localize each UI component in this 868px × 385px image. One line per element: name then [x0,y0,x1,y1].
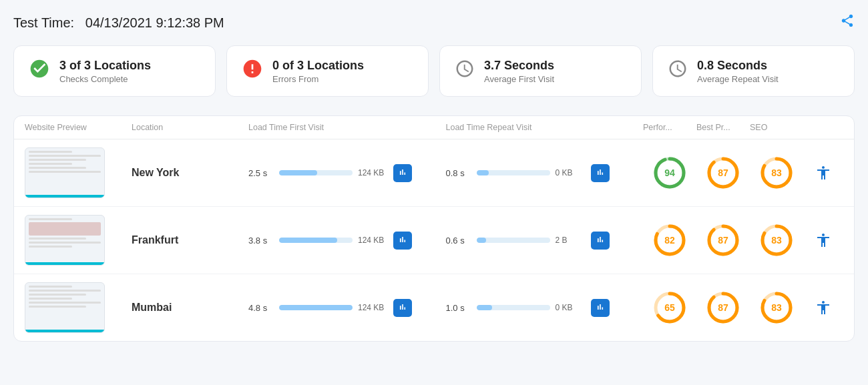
repeat-visit-fill-mu [477,305,492,310]
summary-card-first-visit: 3.7 Seconds Average First Visit [439,45,642,97]
table-row: Mumbai 4.8 s 124 KB 1.0 s 0 KB [14,274,854,341]
accessibility-icon-fr [803,232,843,248]
col-header-bp: Best Pr... [696,123,750,132]
seo-score-ny: 83 [750,155,803,190]
first-visit-cell-new-york: 2.5 s 124 KB [248,164,446,182]
repeat-visit-bar-mu [477,305,550,310]
perf-score-fr: 82 [643,223,696,258]
seo-score-label-mu: 83 [771,302,782,313]
repeat-visit-fill-ny [477,170,489,175]
location-mumbai: Mumbai [132,302,248,314]
preview-thumb-new-york [25,147,132,198]
repeat-visit-time-ny: 0.8 s [446,168,471,178]
first-visit-kb-fr: 124 KB [358,236,388,245]
perf-score-label-mu: 65 [664,302,675,313]
card-main-first-visit: 3.7 Seconds [484,59,554,73]
repeat-visit-cell-frankfurt: 0.6 s 2 B [446,232,644,250]
perf-score-label-ny: 94 [664,167,675,178]
table-header-row: Website Preview Location Load Time First… [14,116,854,139]
bp-score-label-ny: 87 [718,167,728,178]
repeat-visit-time-mu: 1.0 s [446,303,471,313]
test-time-label: Test Time: 04/13/2021 9:12:38 PM [13,15,224,31]
bp-score-mu: 87 [696,290,750,325]
summary-cards: 3 of 3 Locations Checks Complete 0 of 3 … [13,45,855,97]
repeat-visit-chart-btn-fr[interactable] [591,232,610,250]
bp-score-label-fr: 87 [718,235,728,246]
col-header-repeat-visit: Load Time Repeat Visit [446,123,644,132]
repeat-visit-bar-ny [477,170,550,175]
col-header-seo: SEO [750,123,803,132]
card-sub-errors: Errors From [272,74,364,84]
test-time-prefix: Test Time: [13,15,74,30]
card-text-repeat-visit: 0.8 Seconds Average Repeat Visit [697,59,779,84]
seo-score-label-fr: 83 [771,235,782,246]
perf-score-mu: 65 [643,290,696,325]
clock-icon-2 [668,59,688,83]
seo-score-mu: 83 [750,290,803,325]
first-visit-chart-btn-mu[interactable] [393,299,412,317]
card-main-errors: 0 of 3 Locations [272,59,364,73]
first-visit-fill-fr [279,238,337,243]
col-header-preview: Website Preview [25,123,132,132]
seo-score-label-ny: 83 [771,167,782,178]
table-row: New York 2.5 s 124 KB 0.8 s 0 KB [14,139,854,207]
repeat-visit-kb-mu: 0 KB [556,303,586,312]
card-main-checks: 3 of 3 Locations [59,59,151,73]
col-header-first-visit: Load Time First Visit [248,123,446,132]
bp-score-fr: 87 [696,223,750,258]
perf-score-label-fr: 82 [664,235,675,246]
card-sub-repeat-visit: Average Repeat Visit [697,74,779,84]
summary-card-checks: 3 of 3 Locations Checks Complete [13,45,216,97]
repeat-visit-cell-mumbai: 1.0 s 0 KB [446,299,644,317]
clock-icon [455,59,475,83]
accessibility-icon-mu [803,300,843,316]
summary-card-errors: 0 of 3 Locations Errors From [226,45,429,97]
check-circle-icon [29,58,50,84]
repeat-visit-kb-fr: 2 B [556,236,586,245]
first-visit-chart-btn-ny[interactable] [393,164,412,182]
page-header: Test Time: 04/13/2021 9:12:38 PM [13,13,855,32]
share-button[interactable] [840,13,855,32]
card-text-errors: 0 of 3 Locations Errors From [272,59,364,84]
first-visit-fill-ny [279,170,317,175]
card-text-checks: 3 of 3 Locations Checks Complete [59,59,151,84]
first-visit-time-fr: 3.8 s [248,236,274,246]
first-visit-fill-mu [279,305,353,310]
repeat-visit-cell-new-york: 0.8 s 0 KB [446,164,644,182]
first-visit-chart-btn-fr[interactable] [393,232,412,250]
col-header-perf: Perfor... [643,123,696,132]
repeat-visit-fill-fr [477,238,486,243]
repeat-visit-chart-btn-mu[interactable] [591,299,610,317]
test-time-value: 04/13/2021 9:12:38 PM [85,15,224,30]
first-visit-cell-frankfurt: 3.8 s 124 KB [248,232,446,250]
summary-card-repeat-visit: 0.8 Seconds Average Repeat Visit [652,45,855,97]
first-visit-time-mu: 4.8 s [248,303,274,313]
first-visit-cell-mumbai: 4.8 s 124 KB [248,299,446,317]
accessibility-icon-ny [803,165,843,181]
table-row: Frankfurt 3.8 s 124 KB 0.6 s 2 B [14,207,854,274]
card-text-first-visit: 3.7 Seconds Average First Visit [484,59,554,84]
perf-score-ny: 94 [643,155,696,190]
first-visit-bar-fr [279,238,353,243]
results-table: Website Preview Location Load Time First… [13,115,855,342]
col-header-extra [803,123,843,132]
first-visit-time-ny: 2.5 s [248,168,274,178]
location-new-york: New York [132,167,248,179]
bp-score-ny: 87 [696,155,750,190]
error-circle-icon [242,58,263,84]
card-sub-checks: Checks Complete [59,74,151,84]
preview-thumb-frankfurt [25,215,132,266]
first-visit-bar-ny [279,170,353,175]
first-visit-kb-mu: 124 KB [358,303,388,312]
seo-score-fr: 83 [750,223,803,258]
location-frankfurt: Frankfurt [132,234,248,246]
card-main-repeat-visit: 0.8 Seconds [697,59,779,73]
col-header-location: Location [132,123,248,132]
repeat-visit-time-fr: 0.6 s [446,236,471,246]
card-sub-first-visit: Average First Visit [484,74,554,84]
first-visit-bar-mu [279,305,353,310]
repeat-visit-chart-btn-ny[interactable] [591,164,610,182]
bp-score-label-mu: 87 [718,302,728,313]
first-visit-kb-ny: 124 KB [358,168,388,177]
repeat-visit-bar-fr [477,238,550,243]
